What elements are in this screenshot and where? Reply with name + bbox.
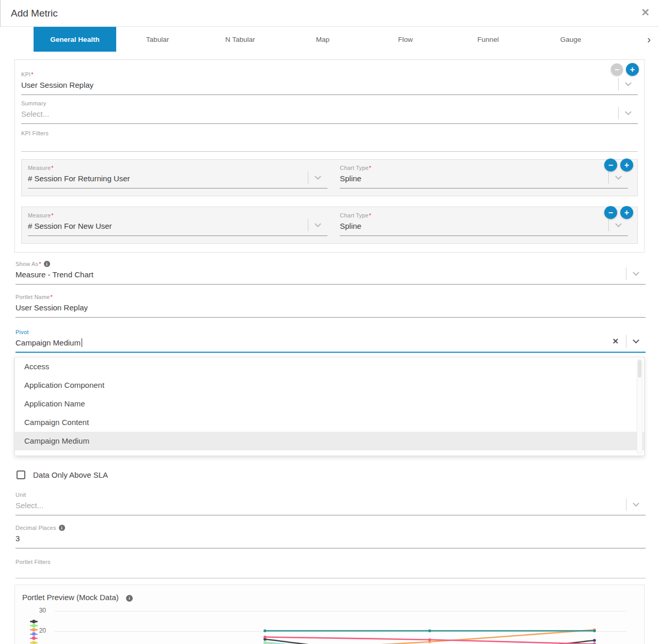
kpi-filters-label: KPI Filters bbox=[21, 130, 638, 136]
measure-add-button[interactable]: + bbox=[620, 159, 633, 171]
pivot-input[interactable]: Campaign Medium ✕ bbox=[15, 335, 646, 353]
unit-label: Unit bbox=[15, 492, 646, 498]
pivot-dropdown: AccessApplication ComponentApplication N… bbox=[14, 357, 645, 456]
portlet-name-field: Portlet Name* User Session Replay bbox=[15, 294, 646, 318]
divider bbox=[618, 107, 619, 119]
tab-n-tabular[interactable]: N Tabular bbox=[199, 27, 281, 52]
close-icon[interactable]: ✕ bbox=[641, 6, 650, 19]
show-as-select[interactable]: Measure - Trend Chart bbox=[15, 267, 646, 285]
measure-remove-button[interactable]: − bbox=[604, 159, 617, 171]
measure-select[interactable]: # Session For Returning User bbox=[28, 171, 327, 189]
data-point bbox=[593, 639, 596, 642]
legend-item-series-6[interactable] bbox=[30, 640, 38, 644]
chart-type-select[interactable]: Spline bbox=[340, 171, 628, 189]
dropdown-option-campaign-medium[interactable]: Campaign Medium bbox=[15, 432, 644, 450]
decimal-places-input[interactable]: 3 bbox=[15, 531, 646, 548]
measure-select[interactable]: # Session For New User bbox=[28, 218, 327, 236]
kpi-select[interactable]: User Session Replay bbox=[21, 77, 638, 95]
divider bbox=[308, 171, 308, 184]
dropdown-option-clipped[interactable]: Campaign Name bbox=[15, 450, 644, 456]
y-tick-label: 30 bbox=[30, 607, 46, 614]
data-point bbox=[428, 630, 431, 633]
measure-value: # Session For New User bbox=[28, 222, 112, 230]
chart-type-select[interactable]: Spline bbox=[340, 218, 628, 236]
unit-select[interactable]: Select... bbox=[15, 498, 646, 515]
measure-panel: − + Measure* # Session For Returning Use… bbox=[21, 159, 638, 196]
tab-general-health[interactable]: General Health bbox=[34, 27, 116, 52]
divider bbox=[608, 219, 609, 231]
kpi-add-button[interactable]: + bbox=[626, 63, 639, 76]
required-asterisk: * bbox=[51, 212, 53, 218]
portlet-name-value: User Session Replay bbox=[15, 303, 88, 312]
chevron-down-icon[interactable] bbox=[315, 221, 321, 227]
dialog-title: Add Metric bbox=[11, 8, 58, 19]
kpi-label: KPI bbox=[21, 71, 30, 77]
sla-checkbox-label: Data Only Above SLA bbox=[33, 470, 108, 479]
kpi-filters-input[interactable] bbox=[21, 136, 638, 152]
measure-add-button[interactable]: + bbox=[620, 206, 633, 219]
legend-item-series-2[interactable] bbox=[30, 623, 38, 627]
tab-tabular[interactable]: Tabular bbox=[116, 27, 199, 52]
summary-field: Summary Select... bbox=[21, 100, 638, 124]
scrollbar-track[interactable] bbox=[637, 359, 642, 454]
legend-dot-icon bbox=[32, 624, 36, 627]
pivot-value: Campaign Medium bbox=[15, 338, 81, 347]
measure-label: Measure bbox=[28, 165, 51, 171]
summary-label: Summary bbox=[21, 100, 638, 106]
required-asterisk: * bbox=[369, 165, 371, 171]
tab-flow[interactable]: Flow bbox=[364, 27, 447, 52]
portlet-filters-field: Portlet Filters bbox=[15, 559, 646, 578]
chevron-down-icon[interactable] bbox=[625, 80, 632, 86]
chart-type-value: Spline bbox=[340, 222, 362, 230]
chevron-down-icon[interactable] bbox=[315, 173, 321, 180]
tabs-more-chevron-right-icon[interactable]: › bbox=[647, 27, 651, 52]
show-as-value: Measure - Trend Chart bbox=[15, 270, 93, 279]
divider bbox=[626, 498, 626, 511]
kpi-value: User Session Replay bbox=[21, 81, 93, 89]
show-as-field: Show As*i Measure - Trend Chart bbox=[15, 261, 646, 285]
chevron-down-icon[interactable] bbox=[633, 269, 639, 276]
legend-item-series-1[interactable] bbox=[30, 619, 38, 623]
dropdown-option-access[interactable]: Access bbox=[15, 357, 644, 376]
portlet-name-input[interactable]: User Session Replay bbox=[15, 300, 646, 318]
portlet-name-label: Portlet Name bbox=[15, 294, 50, 300]
legend-dot-icon bbox=[32, 641, 36, 644]
sla-checkbox[interactable] bbox=[17, 470, 25, 479]
dropdown-option-campaign-content[interactable]: Campaign Content bbox=[15, 413, 644, 432]
divider bbox=[626, 335, 626, 348]
legend-item-series-4[interactable] bbox=[30, 632, 38, 636]
data-point bbox=[263, 630, 266, 633]
dropdown-option-application-component[interactable]: Application Component bbox=[15, 376, 644, 395]
sla-checkbox-row[interactable]: Data Only Above SLA bbox=[17, 470, 646, 479]
text-cursor bbox=[82, 338, 82, 347]
chart-type-value: Spline bbox=[340, 174, 362, 183]
tab-map[interactable]: Map bbox=[281, 27, 364, 52]
legend-item-series-5[interactable] bbox=[30, 636, 38, 640]
chevron-down-icon[interactable] bbox=[615, 221, 622, 227]
required-asterisk: * bbox=[51, 165, 53, 171]
divider bbox=[608, 171, 609, 184]
portlet-filters-input[interactable] bbox=[15, 565, 646, 578]
scrollbar-thumb[interactable] bbox=[638, 360, 641, 378]
kpi-field: KPI* User Session Replay bbox=[21, 71, 638, 95]
measure-remove-button[interactable]: − bbox=[604, 206, 617, 219]
chart-type-label: Chart Type bbox=[340, 212, 369, 218]
info-icon[interactable]: i bbox=[44, 261, 50, 267]
clear-icon[interactable]: ✕ bbox=[612, 337, 619, 346]
tab-gauge[interactable]: Gauge bbox=[529, 27, 612, 52]
tab-funnel[interactable]: Funnel bbox=[447, 27, 529, 52]
legend-dot-icon bbox=[32, 628, 36, 632]
chevron-down-icon[interactable] bbox=[633, 500, 639, 507]
summary-select[interactable]: Select... bbox=[21, 106, 638, 124]
chevron-down-icon[interactable] bbox=[625, 108, 632, 115]
info-icon[interactable]: i bbox=[59, 525, 65, 531]
summary-placeholder: Select... bbox=[21, 109, 49, 118]
dropdown-option-application-name[interactable]: Application Name bbox=[15, 395, 644, 413]
legend-item-series-3[interactable] bbox=[30, 627, 38, 632]
preview-chart bbox=[55, 585, 626, 644]
chevron-down-icon[interactable] bbox=[633, 337, 639, 343]
kpi-remove-button[interactable]: − bbox=[611, 64, 623, 75]
chevron-down-icon[interactable] bbox=[615, 173, 622, 180]
unit-field: Unit Select... bbox=[15, 492, 646, 515]
divider bbox=[308, 219, 308, 231]
